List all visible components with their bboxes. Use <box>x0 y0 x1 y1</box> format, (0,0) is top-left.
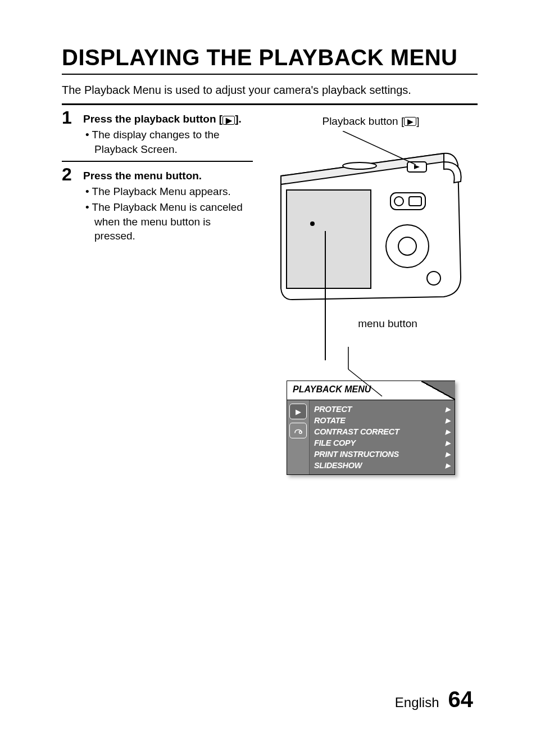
steps-column: 1 Press the playback button [▶]. The dis… <box>62 105 253 475</box>
menu-item-print: PRINT INSTRUCTIONS▶ <box>314 449 450 460</box>
menu-tabs: ▶ <box>287 400 310 474</box>
camera-svg <box>275 131 466 311</box>
chevron-right-icon: ▶ <box>446 462 450 469</box>
menu-item-label: PROTECT <box>314 405 352 414</box>
playback-icon: ▶ <box>222 116 235 125</box>
menu-title-decoration <box>421 381 455 400</box>
menu-item-filecopy: FILE COPY▶ <box>314 437 450 449</box>
bullet-item: The display changes to the Playback Scre… <box>85 128 253 156</box>
playback-icon: ▶ <box>404 117 416 126</box>
label-post: ] <box>416 115 419 127</box>
step-heading: Press the playback button [▶]. <box>83 113 253 125</box>
page-title: DISPLAYING THE PLAYBACK MENU <box>62 45 478 75</box>
illustration-column: Playback button [▶] <box>264 105 478 475</box>
page-footer: English 64 <box>395 687 473 712</box>
step-heading-pre: Press the playback button [ <box>83 113 222 125</box>
step-heading: Press the menu button. <box>83 170 253 182</box>
playback-button-label: Playback button [▶] <box>264 115 478 128</box>
svg-point-0 <box>343 162 376 169</box>
step-heading-post: ]. <box>235 113 242 125</box>
svg-point-12 <box>299 431 302 434</box>
menu-item-contrast: CONTRAST CORRECT▶ <box>314 426 450 437</box>
menu-item-label: PRINT INSTRUCTIONS <box>314 450 399 459</box>
step-body: Press the playback button [▶]. The displ… <box>83 107 253 157</box>
tab-playback-icon: ▶ <box>289 404 307 419</box>
step-1: 1 Press the playback button [▶]. The dis… <box>62 105 253 157</box>
step-bullets: The display changes to the Playback Scre… <box>83 128 253 156</box>
step-number: 2 <box>62 164 83 245</box>
menu-item-protect: PROTECT▶ <box>314 404 450 415</box>
leader-line <box>325 231 326 360</box>
step-2: 2 Press the menu button. The Playback Me… <box>62 161 253 245</box>
chevron-right-icon: ▶ <box>446 406 450 413</box>
tab-setup-icon <box>289 423 307 438</box>
step-body: Press the menu button. The Playback Menu… <box>83 164 253 245</box>
svg-point-5 <box>398 237 416 255</box>
svg-line-14 <box>348 369 382 396</box>
svg-point-9 <box>427 271 440 285</box>
menu-body: ▶ PROTECT▶ ROTATE▶ CONTRAST CORRECT▶ FIL… <box>287 400 455 475</box>
step-number: 1 <box>62 107 83 157</box>
menu-item-slideshow: SLIDESHOW▶ <box>314 460 450 471</box>
intro-text: The Playback Menu is used to adjust your… <box>62 84 478 97</box>
svg-rect-3 <box>287 190 371 288</box>
chevron-right-icon: ▶ <box>446 451 450 458</box>
svg-point-7 <box>394 197 403 206</box>
bullet-item: The Playback Menu appears. <box>85 184 253 199</box>
leader-line-to-menu <box>326 347 393 397</box>
footer-language: English <box>395 695 439 710</box>
svg-rect-8 <box>409 197 421 206</box>
bullet-item: The Playback Menu is canceled when the m… <box>85 200 253 243</box>
chevron-right-icon: ▶ <box>446 440 450 447</box>
svg-line-11 <box>343 131 416 165</box>
page-content: DISPLAYING THE PLAYBACK MENU The Playbac… <box>62 45 478 475</box>
footer-page-number: 64 <box>448 687 474 712</box>
svg-point-10 <box>311 222 314 225</box>
camera-illustration <box>275 131 466 311</box>
two-column-layout: 1 Press the playback button [▶]. The dis… <box>62 105 478 475</box>
chevron-right-icon: ▶ <box>446 428 450 436</box>
menu-item-label: CONTRAST CORRECT <box>314 427 399 436</box>
step-bullets: The Playback Menu appears. The Playback … <box>83 184 253 243</box>
chevron-right-icon: ▶ <box>446 417 450 424</box>
menu-item-label: SLIDESHOW <box>314 461 362 470</box>
label-pre: Playback button [ <box>322 115 404 127</box>
menu-items: PROTECT▶ ROTATE▶ CONTRAST CORRECT▶ FILE … <box>310 400 455 474</box>
menu-item-rotate: ROTATE▶ <box>314 415 450 426</box>
menu-item-label: FILE COPY <box>314 438 356 447</box>
menu-item-label: ROTATE <box>314 416 346 425</box>
